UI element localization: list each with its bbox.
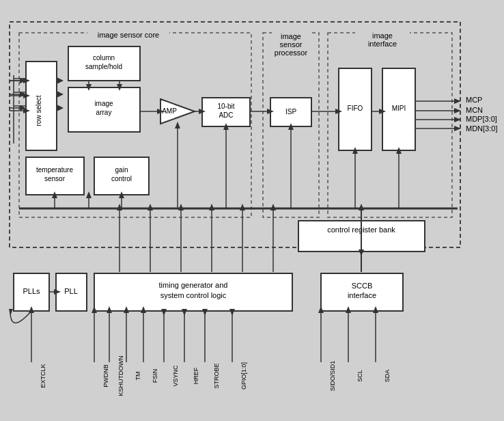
svg-text:sample/hold: sample/hold [85, 63, 122, 70]
svg-marker-71 [199, 109, 206, 114]
svg-text:ADC: ADC [219, 111, 233, 119]
svg-text:column: column [93, 54, 115, 62]
svg-marker-104 [359, 249, 364, 256]
svg-rect-0 [10, 22, 460, 247]
svg-marker-91 [352, 147, 358, 154]
svg-rect-20 [94, 273, 292, 311]
svg-text:PLLs: PLLs [23, 287, 40, 295]
svg-text:control register bank: control register bank [327, 226, 395, 234]
svg-marker-117 [270, 204, 276, 210]
svg-text:AMP: AMP [162, 107, 177, 115]
svg-text:image: image [281, 31, 301, 40]
svg-marker-85 [454, 126, 461, 131]
svg-marker-93 [396, 147, 402, 154]
svg-marker-162 [23, 78, 30, 83]
svg-marker-124 [92, 306, 97, 313]
svg-rect-51 [355, 30, 410, 49]
svg-rect-4 [68, 46, 140, 81]
svg-rect-11 [202, 98, 250, 126]
svg-marker-95 [119, 191, 124, 198]
svg-marker-128 [124, 306, 129, 313]
svg-text:sensor: sensor [279, 40, 302, 49]
svg-text:FIFO: FIFO [348, 105, 363, 112]
svg-marker-138 [229, 309, 235, 316]
svg-rect-1 [19, 33, 251, 217]
svg-marker-120 [54, 289, 61, 295]
svg-text:SCL: SCL [356, 370, 363, 382]
svg-text:temperature: temperature [36, 166, 73, 174]
svg-marker-97 [52, 191, 57, 198]
svg-rect-8 [94, 157, 149, 195]
svg-rect-19 [56, 273, 87, 311]
svg-marker-83 [454, 108, 461, 113]
svg-marker-75 [335, 109, 342, 114]
svg-rect-42 [87, 30, 169, 40]
svg-marker-113 [209, 204, 214, 210]
svg-text:image sensor core: image sensor core [98, 31, 160, 39]
svg-marker-142 [346, 306, 351, 313]
svg-text:EXTCLK: EXTCLK [40, 364, 46, 388]
svg-rect-18 [14, 273, 49, 311]
svg-text:row select: row select [35, 95, 42, 126]
svg-text:interface: interface [368, 40, 397, 48]
svg-text:10-bit: 10-bit [217, 103, 234, 110]
svg-text:SDA: SDA [384, 370, 391, 383]
svg-marker-77 [379, 109, 386, 114]
svg-text:SCCB: SCCB [352, 282, 373, 290]
svg-marker-69 [117, 84, 122, 91]
svg-text:system control logic: system control logic [160, 291, 227, 299]
svg-text:processor: processor [275, 49, 308, 57]
svg-marker-82 [454, 98, 461, 104]
svg-marker-136 [202, 309, 208, 316]
svg-text:MIPI: MIPI [392, 105, 406, 112]
svg-marker-107 [117, 204, 122, 210]
svg-rect-16 [298, 221, 425, 252]
svg-rect-7 [26, 157, 84, 195]
svg-marker-122 [29, 306, 34, 313]
svg-text:PWDNB: PWDNB [102, 364, 109, 388]
svg-marker-59 [57, 91, 64, 98]
svg-rect-13 [339, 68, 372, 150]
svg-text:MDP[3:0]: MDP[3:0] [466, 115, 497, 123]
svg-marker-134 [182, 309, 187, 316]
svg-marker-84 [454, 117, 461, 122]
svg-marker-60 [57, 105, 64, 111]
svg-text:KSHUTDOWN: KSHUTDOWN [117, 356, 124, 396]
svg-text:sensor: sensor [44, 175, 66, 182]
svg-rect-44 [272, 30, 310, 49]
svg-text:array: array [96, 109, 112, 116]
svg-text:image: image [281, 32, 301, 40]
svg-text:gain: gain [115, 166, 128, 174]
main-container: AMP column sample/hold row select image … [0, 0, 504, 421]
svg-marker-115 [240, 204, 245, 210]
svg-text:GPIO[1:0]: GPIO[1:0] [240, 362, 247, 390]
svg-marker-132 [161, 309, 167, 316]
svg-marker-164 [23, 93, 30, 98]
svg-marker-67 [86, 84, 92, 91]
svg-text:MCP: MCP [466, 96, 482, 104]
svg-text:image: image [372, 31, 393, 40]
svg-rect-3 [328, 33, 452, 217]
svg-marker-9 [160, 99, 195, 124]
diagram-svg: AMP column sample/hold row select image … [0, 0, 504, 421]
svg-text:MDN[3:0]: MDN[3:0] [466, 124, 497, 133]
svg-text:FSIN: FSIN [152, 369, 158, 383]
svg-marker-99 [86, 191, 92, 198]
svg-text:ISP: ISP [285, 108, 296, 116]
svg-text:sensor: sensor [279, 40, 302, 48]
svg-rect-14 [382, 68, 415, 150]
svg-rect-12 [270, 98, 311, 126]
svg-text:MCN: MCN [466, 106, 483, 114]
svg-text:VSYNC: VSYNC [172, 365, 179, 387]
svg-text:PLL: PLL [64, 287, 78, 295]
svg-text:STROBE: STROBE [213, 363, 220, 388]
svg-text:image: image [94, 100, 113, 107]
svg-rect-2 [263, 33, 319, 217]
svg-text:HREF: HREF [193, 367, 199, 384]
svg-rect-6 [68, 87, 140, 132]
svg-text:control: control [111, 175, 132, 182]
svg-marker-73 [267, 109, 274, 114]
svg-text:interface: interface [348, 291, 376, 299]
svg-rect-17 [321, 273, 403, 311]
svg-marker-89 [288, 123, 294, 130]
